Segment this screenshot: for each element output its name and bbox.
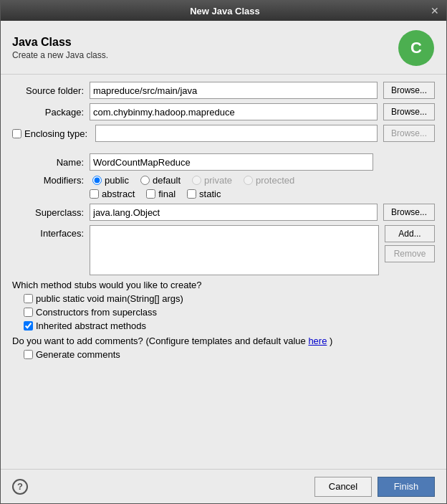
radio-default: default bbox=[140, 175, 181, 186]
comments-items: Generate comments bbox=[24, 349, 435, 360]
checkbox-abstract-label: abstract bbox=[102, 189, 135, 199]
help-button[interactable]: ? bbox=[12, 479, 28, 495]
footer-left: ? bbox=[12, 479, 28, 495]
stub-inherited-item: Inherited abstract methods bbox=[24, 320, 435, 331]
modifiers-checkbox-group: abstract final static bbox=[90, 189, 435, 199]
stub-inherited-label: Inherited abstract methods bbox=[36, 320, 146, 331]
package-browse-button[interactable]: Browse... bbox=[383, 103, 435, 120]
comments-link[interactable]: here bbox=[308, 336, 327, 346]
java-icon: C bbox=[398, 29, 435, 67]
radio-public: public bbox=[92, 175, 129, 186]
comments-question-end: ) bbox=[330, 336, 332, 346]
package-input[interactable] bbox=[90, 103, 378, 120]
title-bar-title: New Java Class bbox=[21, 6, 429, 16]
content: Source folder: Browse... Package: Browse… bbox=[1, 75, 446, 469]
stub-constructors-label: Constructors from superclass bbox=[36, 307, 157, 318]
stub-constructors-checkbox[interactable] bbox=[24, 308, 33, 317]
cancel-button[interactable]: Cancel bbox=[314, 477, 372, 497]
superclass-input[interactable] bbox=[90, 204, 378, 221]
source-folder-browse-button[interactable]: Browse... bbox=[383, 82, 435, 99]
radio-private-input[interactable] bbox=[192, 176, 201, 185]
radio-private-label: private bbox=[204, 175, 232, 186]
header-subtitle: Create a new Java class. bbox=[12, 50, 108, 60]
close-button[interactable]: ✕ bbox=[429, 5, 441, 16]
checkbox-final-input[interactable] bbox=[146, 189, 155, 199]
stub-main-label: public static void main(String[] args) bbox=[36, 293, 183, 304]
finish-button[interactable]: Finish bbox=[378, 477, 435, 497]
radio-public-input[interactable] bbox=[92, 176, 102, 185]
superclass-browse-button[interactable]: Browse... bbox=[383, 204, 435, 221]
enclosing-type-input[interactable] bbox=[95, 125, 378, 142]
package-label: Package: bbox=[12, 107, 84, 118]
comments-question-text: Do you want to add comments? (Configure … bbox=[12, 336, 306, 346]
radio-default-label: default bbox=[153, 175, 181, 186]
interfaces-add-button[interactable]: Add... bbox=[385, 225, 435, 242]
stub-main-checkbox[interactable] bbox=[24, 294, 33, 303]
checkbox-abstract: abstract bbox=[90, 189, 135, 199]
dialog: New Java Class ✕ Java Class Create a new… bbox=[0, 0, 447, 504]
superclass-row: Superclass: Browse... bbox=[12, 204, 435, 221]
enclosing-type-row: Enclosing type: Browse... bbox=[12, 125, 435, 142]
superclass-label: Superclass: bbox=[12, 207, 84, 218]
checkbox-static: static bbox=[187, 189, 221, 199]
comments-question: Do you want to add comments? (Configure … bbox=[12, 336, 435, 346]
gen-comments-checkbox[interactable] bbox=[24, 350, 33, 359]
source-folder-input[interactable] bbox=[90, 82, 378, 99]
stub-constructors-item: Constructors from superclass bbox=[24, 307, 435, 318]
enclosing-type-browse-button[interactable]: Browse... bbox=[383, 125, 435, 142]
checkbox-abstract-input[interactable] bbox=[90, 189, 99, 199]
header-section: Java Class Create a new Java class. C bbox=[1, 21, 446, 75]
interfaces-row: Interfaces: Add... Remove bbox=[12, 225, 435, 275]
interfaces-remove-button[interactable]: Remove bbox=[385, 245, 435, 262]
stubs-section: Which method stubs would you like to cre… bbox=[12, 280, 435, 331]
radio-protected-input[interactable] bbox=[244, 176, 253, 185]
comments-section: Do you want to add comments? (Configure … bbox=[12, 336, 435, 360]
name-label: Name: bbox=[12, 157, 84, 168]
radio-protected-label: protected bbox=[256, 175, 294, 186]
svg-text:C: C bbox=[410, 39, 422, 57]
footer: ? Cancel Finish bbox=[1, 469, 446, 503]
stubs-items: public static void main(String[] args) C… bbox=[24, 293, 435, 331]
checkbox-final-label: final bbox=[158, 189, 176, 199]
radio-private: private bbox=[192, 175, 232, 186]
interfaces-textarea[interactable] bbox=[90, 225, 379, 275]
enclosing-type-label: Enclosing type: bbox=[24, 128, 87, 139]
interfaces-label: Interfaces: bbox=[12, 225, 84, 239]
modifiers-radio-row: Modifiers: public default private bbox=[12, 175, 435, 186]
modifiers-section: Modifiers: public default private bbox=[12, 175, 435, 199]
radio-protected: protected bbox=[244, 175, 294, 186]
modifiers-radio-group: public default private protected bbox=[92, 175, 294, 186]
source-folder-row: Source folder: Browse... bbox=[12, 82, 435, 99]
footer-right: Cancel Finish bbox=[314, 477, 435, 497]
title-bar: New Java Class ✕ bbox=[1, 1, 446, 21]
help-label: ? bbox=[17, 481, 23, 492]
interfaces-buttons: Add... Remove bbox=[385, 225, 435, 262]
radio-default-input[interactable] bbox=[140, 176, 150, 185]
name-input[interactable] bbox=[90, 153, 373, 171]
checkbox-final: final bbox=[146, 189, 176, 199]
modifiers-label: Modifiers: bbox=[12, 175, 84, 186]
gen-comments-item: Generate comments bbox=[24, 349, 435, 360]
checkbox-static-label: static bbox=[199, 189, 221, 199]
checkbox-static-input[interactable] bbox=[187, 189, 196, 199]
header-left: Java Class Create a new Java class. bbox=[12, 36, 108, 60]
package-row: Package: Browse... bbox=[12, 103, 435, 120]
source-folder-label: Source folder: bbox=[12, 85, 84, 96]
stubs-title: Which method stubs would you like to cre… bbox=[12, 280, 435, 290]
name-row: Name: bbox=[12, 153, 435, 171]
enclosing-type-checkbox[interactable] bbox=[12, 129, 21, 138]
gen-comments-label: Generate comments bbox=[36, 349, 120, 360]
header-title: Java Class bbox=[12, 36, 108, 49]
stub-inherited-checkbox[interactable] bbox=[24, 321, 33, 331]
stub-main-item: public static void main(String[] args) bbox=[24, 293, 435, 304]
radio-public-label: public bbox=[105, 175, 129, 186]
